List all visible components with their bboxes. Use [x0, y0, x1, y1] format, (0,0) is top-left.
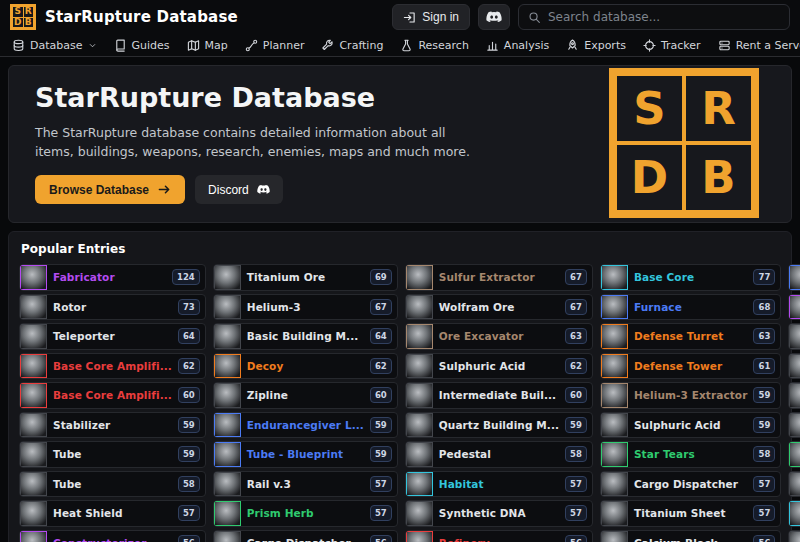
- entry-thumbnail: [20, 324, 47, 349]
- entry-row[interactable]: Rotor61: [788, 353, 800, 380]
- entry-thumbnail: [601, 472, 628, 497]
- entry-thumbnail: [789, 324, 800, 349]
- entry-row[interactable]: Sulphur Ore63: [788, 323, 800, 350]
- entry-row[interactable]: Constructorizer56: [19, 530, 206, 542]
- entry-thumbnail: [406, 531, 433, 542]
- nav-item-database[interactable]: Database: [12, 39, 97, 52]
- nav-item-rent-a-server[interactable]: Rent a Server: [718, 39, 800, 52]
- entry-row[interactable]: Assembler65: [788, 294, 800, 321]
- entry-row[interactable]: Base Core Amplifi...60: [19, 382, 206, 409]
- entry-thumbnail: [214, 265, 241, 290]
- entry-row[interactable]: Star Tears58: [600, 441, 781, 468]
- entry-name: Base Core Amplifi...: [47, 360, 178, 372]
- entry-row[interactable]: Base Core56: [788, 500, 800, 527]
- entry-count-badge: 62: [370, 358, 392, 374]
- nav-item-guides[interactable]: Guides: [114, 39, 170, 52]
- entry-row[interactable]: Intermediate Buil...60: [405, 382, 593, 409]
- entry-row[interactable]: Cargo Dispatcher57: [600, 471, 781, 498]
- entry-row[interactable]: Defense Tower61: [600, 353, 781, 380]
- sign-in-label: Sign in: [422, 10, 459, 24]
- entry-row[interactable]: Defense Turret63: [600, 323, 781, 350]
- entry-row[interactable]: Habitat57: [405, 471, 593, 498]
- entry-row[interactable]: Sulphuric Acid59: [600, 412, 781, 439]
- entry-row[interactable]: Synthetic DNA57: [405, 500, 593, 527]
- nav-item-exports[interactable]: Exports: [566, 39, 626, 52]
- entry-row[interactable]: Heat Shield57: [19, 500, 206, 527]
- entry-row[interactable]: Basic Building M...64: [213, 323, 398, 350]
- nav-item-analysis[interactable]: Analysis: [486, 39, 549, 52]
- entry-thumbnail: [406, 324, 433, 349]
- sign-in-icon: [403, 11, 416, 24]
- entry-name: Intermediate Buil...: [433, 389, 565, 401]
- browse-database-button[interactable]: Browse Database: [35, 175, 185, 204]
- nav-item-label: Rent a Server: [736, 39, 800, 52]
- nav-item-tracker[interactable]: Tracker: [643, 39, 701, 52]
- entry-row[interactable]: Helium-367: [213, 294, 398, 321]
- entry-row[interactable]: Calcium Block56: [600, 530, 781, 542]
- site-logo[interactable]: S R D B: [10, 4, 36, 30]
- entry-row[interactable]: Sulphuric Acid62: [405, 353, 593, 380]
- entry-row[interactable]: Star Tears58: [788, 441, 800, 468]
- nav-item-planner[interactable]: Planner: [245, 39, 305, 52]
- logo-letter: S: [13, 7, 23, 17]
- entry-name: Refinery: [433, 537, 565, 542]
- nav-item-crafting[interactable]: Crafting: [321, 39, 383, 52]
- entry-row[interactable]: Tube58: [19, 471, 206, 498]
- entry-row[interactable]: Calcium Powder56: [788, 530, 800, 542]
- entry-row[interactable]: Teleporter64: [19, 323, 206, 350]
- entry-row[interactable]: Zipline60: [213, 382, 398, 409]
- entry-name: Furnace: [628, 301, 754, 313]
- entry-row[interactable]: Tube59: [19, 441, 206, 468]
- entry-row[interactable]: Quartz Building M...59: [405, 412, 593, 439]
- entry-name: Helium-3: [241, 301, 370, 313]
- entry-row[interactable]: Rotor73: [19, 294, 206, 321]
- hero-content: StarRupture Database The StarRupture dat…: [35, 82, 485, 205]
- hero-discord-button[interactable]: Discord: [195, 175, 283, 204]
- entry-count-badge: 59: [565, 417, 587, 433]
- entry-row[interactable]: Titanium Ore69: [213, 264, 398, 291]
- entry-thumbnail: [406, 354, 433, 379]
- logo-letter: D: [617, 145, 682, 210]
- entry-row[interactable]: Titanium Bar59: [788, 412, 800, 439]
- entry-row[interactable]: Refinery56: [405, 530, 593, 542]
- entry-count-badge: 59: [178, 446, 200, 462]
- entry-row[interactable]: Wolfram Ore67: [405, 294, 593, 321]
- entry-row[interactable]: Titanium Sheet57: [600, 500, 781, 527]
- entry-thumbnail: [214, 324, 241, 349]
- entry-row[interactable]: Sulfur Extractor67: [405, 264, 593, 291]
- entry-name: Wolfram Ore: [433, 301, 565, 313]
- entry-row[interactable]: Cargo Dispatcher56: [213, 530, 398, 542]
- entry-thumbnail: [601, 354, 628, 379]
- entry-name: Tube: [47, 448, 178, 460]
- entry-row[interactable]: Base Core77: [600, 264, 781, 291]
- entry-thumbnail: [20, 265, 47, 290]
- search-input[interactable]: [548, 10, 780, 24]
- nav-item-research[interactable]: Research: [400, 39, 468, 52]
- entry-row[interactable]: Ore Excavator63: [405, 323, 593, 350]
- nav-item-label: Analysis: [504, 39, 549, 52]
- entry-row[interactable]: Rail v.357: [213, 471, 398, 498]
- entry-row[interactable]: Helium-3 Extractor59: [600, 382, 781, 409]
- entry-row[interactable]: Endurancegiver L...59: [213, 412, 398, 439]
- entry-row[interactable]: Decoy62: [213, 353, 398, 380]
- entry-thumbnail: [789, 442, 800, 467]
- nav-item-map[interactable]: Map: [187, 39, 228, 52]
- logo-letter: B: [24, 18, 34, 28]
- entry-row[interactable]: Fabricator124: [19, 264, 206, 291]
- entry-row[interactable]: Prism Herb57: [213, 500, 398, 527]
- entry-row[interactable]: Rotor - Blueprint76: [788, 264, 800, 291]
- entry-row[interactable]: Base Core Amplifi...62: [19, 353, 206, 380]
- entry-row[interactable]: Calcium Ore59: [788, 382, 800, 409]
- entry-row[interactable]: Tube - Blueprint59: [213, 441, 398, 468]
- nav-item-label: Tracker: [661, 39, 701, 52]
- discord-button[interactable]: [478, 4, 510, 30]
- entry-row[interactable]: Furnace68: [600, 294, 781, 321]
- sign-in-button[interactable]: Sign in: [392, 4, 470, 30]
- nav-item-label: Map: [205, 39, 228, 52]
- popular-column: Titanium Ore69Helium-367Basic Building M…: [213, 264, 398, 542]
- entry-row[interactable]: Stabilizer59: [19, 412, 206, 439]
- entry-name: Titanium Ore: [241, 271, 370, 283]
- entry-row[interactable]: Zipline57: [788, 471, 800, 498]
- entry-thumbnail: [789, 413, 800, 438]
- entry-row[interactable]: Pedestal58: [405, 441, 593, 468]
